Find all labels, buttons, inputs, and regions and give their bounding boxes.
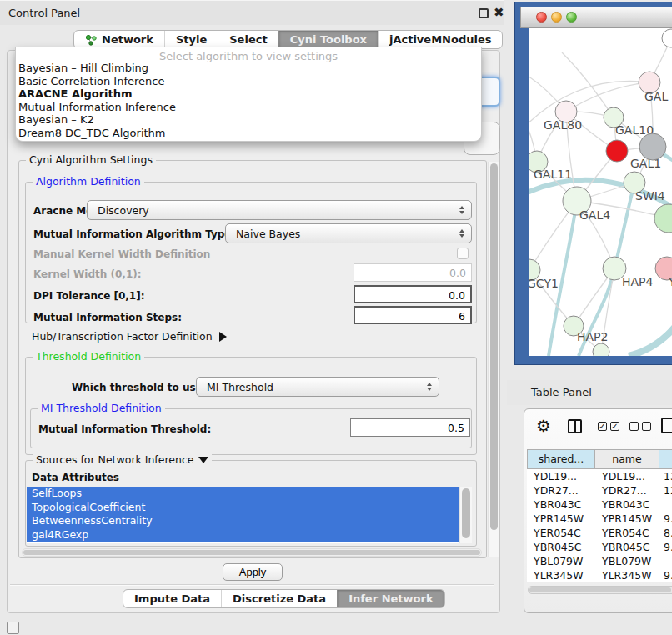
data-attribute-item[interactable]: BetweennessCentrality: [27, 514, 459, 528]
table-cell: 9.: [659, 512, 672, 526]
threshold-definition-legend: Threshold Definition: [33, 350, 144, 362]
table-cell: 8.: [659, 526, 672, 540]
column-header[interactable]: [659, 449, 672, 469]
table-row[interactable]: YLR345WYLR345W9.: [527, 568, 672, 582]
data-attributes-list[interactable]: SelfLoopsTopologicalCoefficientBetweenne…: [27, 487, 472, 543]
table-cell: 9.: [659, 540, 672, 554]
split-columns-icon[interactable]: [568, 419, 582, 433]
combo-stepper-icon: [455, 206, 469, 214]
mi-threshold-legend: MI Threshold Definition: [38, 402, 165, 414]
algorithm-option[interactable]: Basic Correlation Inference: [16, 75, 481, 88]
attribute-list-scrollbar[interactable]: [459, 487, 472, 543]
network-node[interactable]: [639, 133, 666, 160]
attribute-list-scrollbar-thumb[interactable]: [462, 488, 470, 538]
algorithm-option[interactable]: Bayesian – K2: [16, 113, 481, 127]
zoom-traffic-light[interactable]: [566, 12, 577, 22]
collapse-arrow-icon: [198, 457, 208, 463]
dpi-tolerance-field[interactable]: 0.0: [354, 285, 472, 303]
network-node-gal1[interactable]: [606, 140, 628, 162]
tab-jactivemnodules[interactable]: jActiveMNodules: [378, 31, 503, 48]
network-node-label: GCY1: [529, 277, 559, 290]
close-icon[interactable]: ✖: [494, 5, 504, 20]
aracne-mode-select[interactable]: Discovery: [87, 200, 472, 220]
table-toolbar: ⚙ ✓ ✓: [524, 418, 672, 439]
network-node[interactable]: [662, 29, 672, 48]
network-node-label: HAP4: [622, 275, 654, 288]
network-node[interactable]: [654, 204, 672, 232]
dpi-tolerance-label: DPI Tolerance [0,1]:: [33, 290, 145, 302]
network-icon: [85, 34, 97, 46]
table-row[interactable]: YER054CYER054C8.: [527, 526, 672, 540]
table-row[interactable]: YBR045CYBR045C9.: [527, 540, 672, 554]
kernel-width-field[interactable]: 0.0: [354, 263, 472, 282]
table-panel-titlebar: Table Panel: [507, 380, 672, 405]
mi-steps-field[interactable]: 6: [354, 306, 472, 324]
table-hscrollbar-thumb[interactable]: [529, 588, 671, 592]
tab-infer-network[interactable]: Infer Network: [337, 590, 444, 608]
algorithm-option[interactable]: Mutual Information Inference: [16, 101, 481, 114]
cyni-settings-legend: Cyni Algorithm Settings: [26, 153, 156, 166]
table-row[interactable]: YPR145WYPR145W9.: [527, 512, 672, 526]
tab-impute-data[interactable]: Impute Data: [123, 590, 221, 608]
data-attribute-item[interactable]: TopologicalCoefficient: [27, 501, 459, 515]
document-icon[interactable]: [661, 418, 672, 433]
minimize-traffic-light[interactable]: [551, 12, 562, 22]
data-attribute-item[interactable]: gal4RGexp: [27, 528, 459, 542]
sources-legend[interactable]: Sources for Network Inference: [33, 453, 212, 466]
network-edge-highlight: [629, 319, 672, 356]
checked-checkbox-icon[interactable]: ✓: [610, 422, 619, 431]
apply-button[interactable]: Apply: [223, 563, 283, 581]
algorithm-dropdown-placeholder: Select algorithm to view settings: [16, 48, 481, 62]
tab-select[interactable]: Select: [218, 31, 278, 48]
node-table: shared...name YDL19...YDL19...13YDR27...…: [527, 449, 672, 582]
settings-hscrollbar-thumb[interactable]: [23, 550, 480, 555]
float-window-icon[interactable]: [479, 8, 489, 18]
mi-steps-label: Mutual Information Steps:: [33, 312, 182, 323]
mi-algorithm-type-select[interactable]: Naive Bayes: [225, 223, 472, 243]
network-canvas[interactable]: GALGAL80GAL10GAL1GAL11GAL4SWI4GCY1HAP4YH…: [529, 28, 672, 356]
settings-scrollbar[interactable]: [488, 162, 499, 557]
tab-style[interactable]: Style: [164, 31, 218, 48]
gear-icon[interactable]: ⚙: [536, 416, 551, 436]
close-traffic-light[interactable]: [536, 12, 547, 22]
network-node-label: GAL11: [534, 168, 572, 181]
table-cell: [659, 554, 672, 568]
tab-cyni-toolbox[interactable]: Cyni Toolbox: [278, 31, 378, 48]
network-window-titlebar[interactable]: [520, 7, 672, 28]
column-header[interactable]: name: [595, 449, 659, 469]
checked-checkbox-icon[interactable]: ✓: [598, 422, 607, 431]
which-threshold-select[interactable]: MI Threshold: [196, 377, 439, 397]
settings-hscrollbar[interactable]: [22, 548, 482, 557]
table-row[interactable]: YBL079WYBL079W: [527, 554, 672, 568]
table-row[interactable]: YDR27...YDR27...12: [527, 483, 672, 498]
tab-network[interactable]: Network: [74, 31, 164, 48]
manual-kernel-checkbox[interactable]: [457, 248, 469, 259]
tab-label: Select: [229, 33, 267, 46]
table-cell: YPR145W: [595, 512, 659, 526]
table-row[interactable]: YDL19...YDL19...13: [527, 469, 672, 483]
algorithm-option[interactable]: Dream8 DC_TDC Algorithm: [16, 127, 481, 140]
network-view-window[interactable]: GALGAL80GAL10GAL1GAL11GAL4SWI4GCY1HAP4YH…: [514, 2, 672, 365]
data-attribute-item[interactable]: SelfLoops: [27, 487, 459, 501]
table-hscrollbar[interactable]: [528, 586, 672, 594]
unchecked-checkbox-icon[interactable]: [642, 422, 651, 431]
network-node[interactable]: [593, 343, 609, 356]
table-row[interactable]: YBR043CYBR043C: [527, 498, 672, 512]
tab-discretize-data[interactable]: Discretize Data: [221, 590, 337, 608]
hub-section-toggle[interactable]: Hub/Transcription Factor Definition: [32, 330, 227, 342]
mi-threshold-field[interactable]: 0.5: [350, 418, 470, 437]
control-panel-titlebar: Control Panel ✖: [0, 0, 504, 25]
tab-label: Style: [176, 33, 207, 46]
settings-scrollbar-thumb[interactable]: [490, 163, 498, 530]
window-grip-icon[interactable]: [7, 622, 19, 634]
column-header[interactable]: shared...: [527, 449, 595, 469]
unchecked-checkbox-icon[interactable]: [629, 422, 639, 431]
table-cell: 9.: [659, 568, 672, 582]
table-cell: 13: [659, 469, 672, 483]
algorithm-option[interactable]: Bayesian – Hill Climbing: [16, 62, 481, 75]
tab-label: Impute Data: [134, 592, 210, 605]
table-cell: YDL19...: [527, 469, 595, 483]
algorithm-option[interactable]: ARACNE Algorithm: [16, 88, 481, 101]
hub-section-label: Hub/Transcription Factor Definition: [32, 330, 213, 342]
network-graph: GALGAL80GAL10GAL1GAL11GAL4SWI4GCY1HAP4YH…: [529, 28, 672, 356]
